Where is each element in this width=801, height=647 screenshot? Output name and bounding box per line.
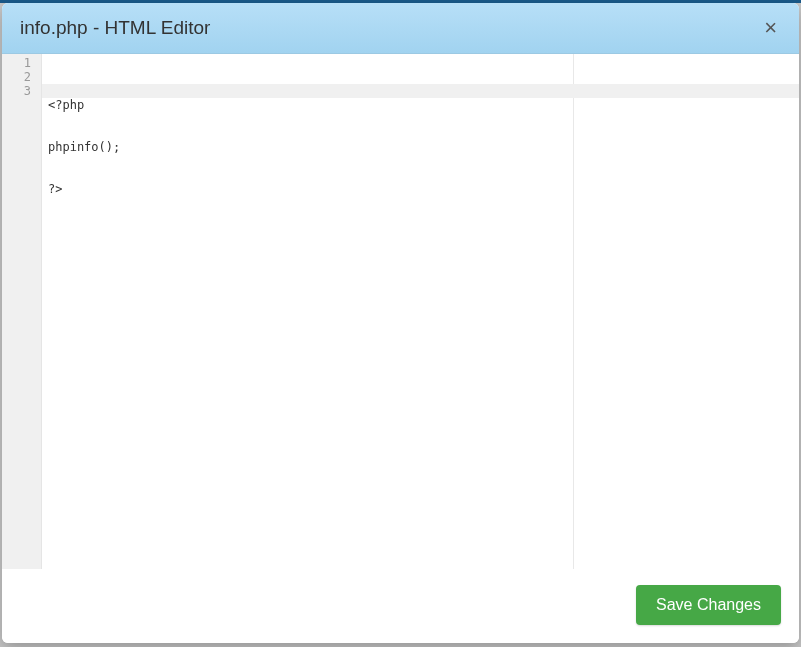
code-line: phpinfo(); (48, 140, 120, 154)
line-number: 3 (2, 84, 41, 98)
close-button[interactable]: × (760, 17, 781, 39)
save-changes-button[interactable]: Save Changes (636, 585, 781, 625)
modal-header: info.php - HTML Editor × (2, 3, 799, 54)
line-number-gutter: 1 2 3 (2, 54, 42, 569)
modal-footer: Save Changes (2, 569, 799, 643)
line-number: 2 (2, 70, 41, 84)
modal-title: info.php - HTML Editor (20, 17, 210, 39)
code-editor[interactable]: 1 2 3 <?php phpinfo(); ?> (2, 54, 799, 569)
close-icon: × (764, 15, 777, 40)
line-number: 1 (2, 56, 41, 70)
code-content[interactable]: <?php phpinfo(); ?> (42, 54, 799, 569)
code-line: <?php (48, 98, 84, 112)
active-line-highlight (42, 84, 799, 98)
html-editor-modal: info.php - HTML Editor × 1 2 3 <?php php… (2, 3, 799, 643)
code-line: ?> (48, 182, 62, 196)
